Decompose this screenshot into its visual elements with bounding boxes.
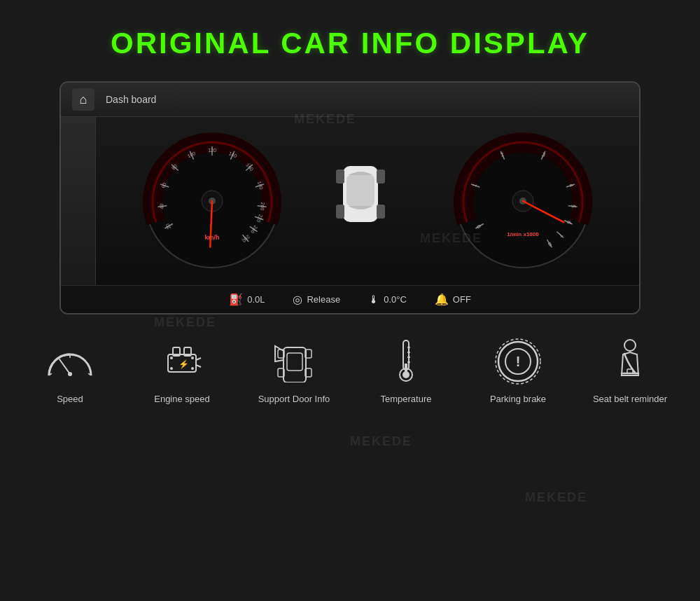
fuel-icon: ⛽ — [229, 293, 243, 306]
svg-point-70 — [170, 357, 173, 359]
dash-sidebar — [61, 117, 96, 285]
engine-speed-icon: ⚡ — [158, 337, 206, 386]
svg-text:40: 40 — [159, 203, 164, 209]
support-door-icon — [270, 337, 318, 386]
svg-line-68 — [196, 358, 201, 360]
temp-status: 🌡 0.0°C — [368, 293, 407, 306]
parking-brake-icon: ! — [493, 337, 542, 386]
speed-label: Speed — [57, 393, 83, 406]
feature-door-info: Support Door Info — [255, 337, 332, 406]
engine-speed-label: Engine speed — [154, 393, 210, 406]
svg-point-93 — [624, 340, 636, 351]
features-section: Speed ⚡ Engine speed — [0, 337, 700, 406]
svg-rect-76 — [287, 353, 302, 371]
dashboard-header: ⌂ Dash board — [61, 83, 639, 117]
seatbelt-label: Seat belt reminder — [593, 393, 667, 406]
temp-value: 0.0°C — [384, 294, 407, 305]
parking-brake-label: Parking brake — [490, 393, 546, 406]
page-title: ORIGINAL CAR INFO DISPLAY — [0, 27, 700, 60]
car-top-view — [332, 148, 402, 254]
svg-text:!: ! — [516, 354, 521, 369]
status-bar: ⛽ 0.0L ◎ Release 🌡 0.0°C 🔔 OFF — [61, 285, 639, 313]
watermark-4: MEKEDE — [350, 434, 412, 449]
watermark-5: MEKEDE — [525, 490, 587, 505]
temp-icon: 🌡 — [368, 293, 379, 306]
svg-point-61 — [68, 372, 72, 376]
brake-status: ◎ Release — [293, 293, 340, 306]
svg-rect-36 — [377, 205, 385, 219]
svg-rect-34 — [377, 170, 385, 184]
seatbelt-value: OFF — [453, 294, 471, 305]
dashboard-screen: ⌂ Dash board 20 — [59, 81, 640, 315]
svg-text:120: 120 — [208, 148, 216, 153]
svg-rect-33 — [336, 170, 344, 184]
feature-seatbelt: Seat belt reminder — [592, 337, 668, 406]
dashboard-title: Dash board — [106, 94, 156, 105]
fuel-status: ⛽ 0.0L — [229, 293, 265, 306]
watermark-3: MEKEDE — [154, 315, 216, 330]
speedometer-gauge: 20 40 60 80 100 120 — [142, 131, 282, 271]
svg-text:⚡: ⚡ — [178, 359, 189, 369]
fuel-value: 0.0L — [247, 294, 265, 305]
svg-line-60 — [59, 359, 70, 374]
seatbelt-reminder-icon — [606, 337, 654, 386]
feature-parking-brake: ! Parking brake — [479, 337, 556, 406]
svg-text:200: 200 — [260, 202, 265, 210]
temperature-icon — [382, 337, 430, 386]
brake-value: Release — [307, 294, 340, 305]
seatbelt-status: 🔔 OFF — [435, 293, 471, 306]
svg-text:km/h: km/h — [204, 234, 219, 241]
feature-temperature: Temperature — [368, 337, 444, 406]
svg-rect-35 — [336, 205, 344, 219]
page-title-section: ORIGINAL CAR INFO DISPLAY — [0, 0, 700, 81]
feature-speed: Speed — [31, 337, 108, 406]
rpm-gauge: 0 1 2 3 4 5 6 7 8 — [453, 131, 593, 271]
svg-line-69 — [196, 365, 201, 367]
svg-point-73 — [191, 367, 194, 370]
dashboard-body: 20 40 60 80 100 120 — [61, 117, 639, 285]
svg-rect-32 — [346, 175, 374, 206]
svg-rect-88 — [405, 364, 407, 375]
svg-point-72 — [170, 367, 173, 370]
home-icon[interactable]: ⌂ — [72, 88, 94, 111]
svg-point-71 — [191, 357, 194, 359]
feature-engine-speed: ⚡ Engine speed — [144, 337, 220, 406]
door-info-label: Support Door Info — [258, 393, 330, 406]
svg-text:1/min x1000: 1/min x1000 — [507, 231, 539, 237]
dash-content: 20 40 60 80 100 120 — [82, 131, 618, 271]
brake-icon: ◎ — [293, 293, 302, 306]
speed-icon — [46, 337, 94, 386]
temperature-label: Temperature — [381, 393, 432, 406]
seatbelt-icon-status: 🔔 — [435, 293, 449, 306]
